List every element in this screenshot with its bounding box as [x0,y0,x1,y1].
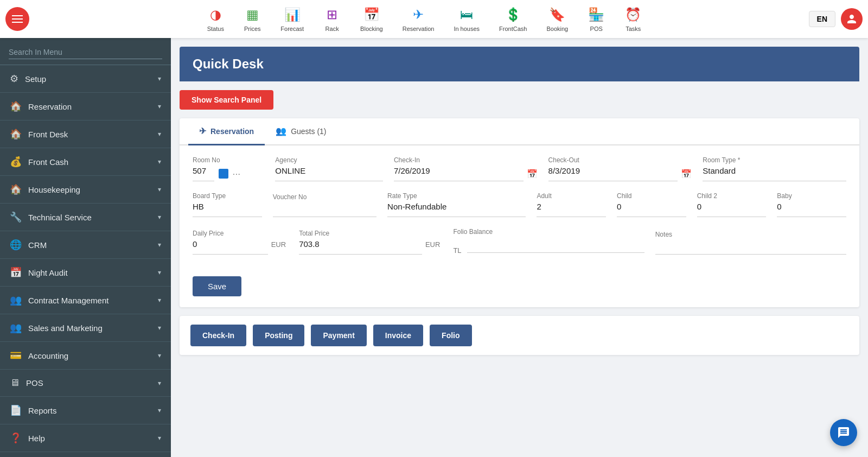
payment-action-button[interactable]: Payment [311,325,366,346]
posting-action-button[interactable]: Posting [253,325,304,346]
rate-type-label: Rate Type [387,192,526,200]
rack-nav-label: Rack [326,26,339,32]
nav-icon-pos[interactable]: 🏪 POS [578,3,615,35]
sidebar-item-left-reservation: 🏠 Reservation [10,100,72,112]
sidebar-item-pos[interactable]: 🖥 POS ▾ [0,370,171,397]
voucher-no-input[interactable] [273,203,376,217]
child-group: Child 0 [617,192,686,217]
front-cash-sidebar-icon: 💰 [10,156,22,168]
reservation-tab-icon: ✈ [199,126,206,136]
sidebar-item-label-front-desk: Front Desk [28,130,68,139]
sidebar-item-left-help: ❓ Help [10,432,45,444]
reports-chevron-icon: ▾ [158,407,161,414]
nav-icon-booking[interactable]: 🔖 Booking [537,3,578,35]
nav-icon-tasks[interactable]: ⏰ Tasks [615,3,652,35]
total-price-value: 703.8 [299,239,422,255]
baby-group: Baby 0 [777,192,846,217]
nav-icon-prices[interactable]: ▦ Prices [234,3,271,35]
check-in-action-button[interactable]: Check-In [190,325,246,346]
sidebar-item-help[interactable]: ❓ Help ▾ [0,424,171,452]
accounting-sidebar-icon: 💳 [10,350,22,361]
invoice-action-button[interactable]: Invoice [373,325,423,346]
chat-bubble[interactable] [830,419,857,446]
nav-icon-blocking[interactable]: 📅 Blocking [350,3,393,35]
forecast-icon: 📊 [284,6,301,23]
prices-nav-label: Prices [244,26,261,32]
pos-nav-label: POS [590,26,603,32]
front-desk-chevron-icon: ▾ [158,130,161,138]
check-out-group: Check-Out 8/3/2019 📅 [548,156,692,181]
language-button[interactable]: EN [809,11,835,27]
housekeeping-chevron-icon: ▾ [158,186,161,193]
show-search-panel-button[interactable]: Show Search Panel [180,90,273,110]
form-row-3: Daily Price 0 EUR Total Price 703.8 EUR [193,228,846,255]
sidebar-item-left-technical-service: 🔧 Technical Service [10,211,92,223]
sidebar-item-accounting[interactable]: 💳 Accounting ▾ [0,342,171,370]
nav-right: EN [809,8,863,30]
sidebar-item-front-desk[interactable]: 🏠 Front Desk ▾ [0,120,171,148]
frontcash-icon: 💲 [505,6,522,23]
sidebar-item-left-contract-management: 👥 Contract Management [10,294,108,306]
room-no-value: 507 [193,166,214,181]
nav-icon-inhouses[interactable]: 🛏 In houses [444,3,489,35]
tab-reservation[interactable]: ✈ Reservation [188,118,265,145]
sidebar-item-crm[interactable]: 🌐 CRM ▾ [0,231,171,259]
reservation-icon: ✈ [410,6,427,23]
nav-icon-forecast[interactable]: 📊 Forecast [271,3,314,35]
sidebar-item-technical-service[interactable]: 🔧 Technical Service ▾ [0,204,171,231]
pos-chevron-icon: ▾ [158,379,161,387]
daily-price-value: 0 [193,239,268,255]
folio-balance-value [467,238,644,253]
room-no-group: Room No 507 ··· [193,156,264,181]
nav-icon-rack[interactable]: ⊞ Rack [314,3,350,35]
setup-chevron-icon: ▾ [158,75,161,82]
check-out-label: Check-Out [548,156,692,164]
sidebar-item-left-setup: ⚙ Setup [10,73,46,85]
sidebar-item-reports[interactable]: 📄 Reports ▾ [0,397,171,424]
room-dots-button[interactable]: ··· [233,169,241,178]
sidebar-item-left-pos: 🖥 POS [10,377,43,389]
nav-icon-frontcash[interactable]: 💲 FrontCash [489,3,537,35]
sidebar-items: ⚙ Setup ▾ 🏠 Reservation ▾ 🏠 Front Desk ▾… [0,65,171,457]
child-label: Child [617,192,686,200]
top-nav: ◑ Status ▦ Prices 📊 Forecast ⊞ Rack 📅 Bl… [0,0,868,38]
nav-icon-reservation[interactable]: ✈ Reservation [393,3,444,35]
reservation-chevron-icon: ▾ [158,103,161,110]
sidebar: ⚙ Setup ▾ 🏠 Reservation ▾ 🏠 Front Desk ▾… [0,38,171,457]
sales-marketing-sidebar-icon: 👥 [10,322,22,334]
sidebar-item-night-audit[interactable]: 📅 Night Audit ▾ [0,259,171,287]
sidebar-item-setup[interactable]: ⚙ Setup ▾ [0,65,171,93]
front-desk-sidebar-icon: 🏠 [10,128,22,140]
main-card: ✈ Reservation 👥 Guests (1) Room No 507 ·… [180,118,859,307]
nav-icon-status[interactable]: ◑ Status [197,3,234,35]
technical-service-chevron-icon: ▾ [158,213,161,221]
avatar-button[interactable] [841,8,863,30]
sidebar-item-housekeeping[interactable]: 🏠 Housekeeping ▾ [0,176,171,204]
menu-toggle-button[interactable] [5,7,29,31]
voucher-no-label: Voucher No [273,193,376,201]
blocking-icon: 📅 [363,6,380,23]
room-type-label: Room Type * [703,156,846,164]
sidebar-item-front-cash[interactable]: 💰 Front Cash ▾ [0,148,171,176]
folio-action-button[interactable]: Folio [430,325,471,346]
sidebar-item-label-setup: Setup [25,74,46,84]
tab-guests[interactable]: 👥 Guests (1) [265,118,337,145]
booking-nav-label: Booking [546,26,568,32]
board-type-group: Board Type HB [193,192,262,217]
main-layout: ⚙ Setup ▾ 🏠 Reservation ▾ 🏠 Front Desk ▾… [0,38,868,457]
notes-input[interactable] [655,240,846,255]
sidebar-item-contract-management[interactable]: 👥 Contract Management ▾ [0,287,171,314]
baby-value: 0 [777,202,846,217]
reports-sidebar-icon: 📄 [10,404,22,416]
sidebar-item-left-accounting: 💳 Accounting [10,350,68,361]
agency-label: Agency [275,156,383,164]
search-input[interactable] [9,46,162,59]
nav-icons: ◑ Status ▦ Prices 📊 Forecast ⊞ Rack 📅 Bl… [40,3,809,35]
check-in-value: 7/26/2019 [394,166,524,181]
sidebar-item-sales-marketing[interactable]: 👥 Sales and Marketing ▾ [0,314,171,342]
save-button[interactable]: Save [193,276,241,296]
sidebar-item-label-crm: CRM [28,240,47,250]
sidebar-item-user-profile[interactable]: 👤 User Profile ▾ [0,452,171,457]
daily-price-label: Daily Price [193,230,288,237]
sidebar-item-reservation[interactable]: 🏠 Reservation ▾ [0,93,171,120]
